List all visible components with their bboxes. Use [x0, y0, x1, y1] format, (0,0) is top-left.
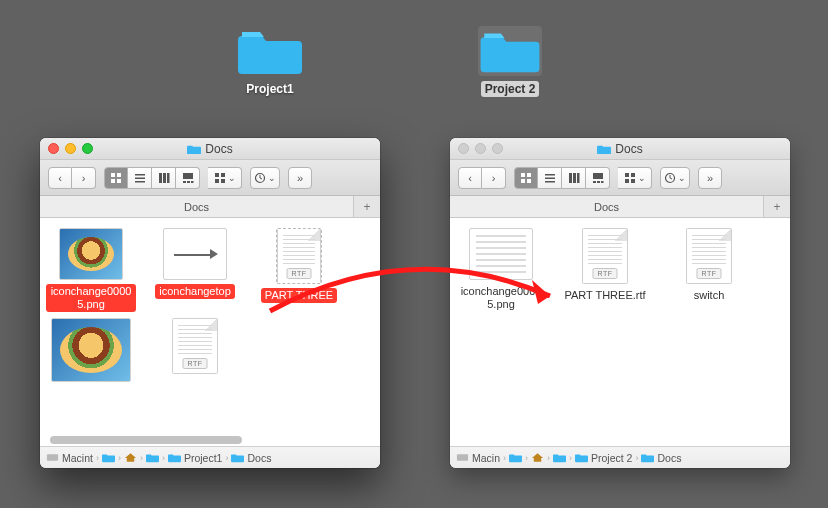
- svg-rect-37: [631, 179, 635, 183]
- chevron-right-icon: ›: [569, 453, 572, 463]
- new-tab-button[interactable]: +: [354, 196, 380, 217]
- svg-rect-6: [135, 181, 145, 183]
- finder-window-left[interactable]: Docs ‹ › ⌄ ⌄ » Docs + iconchange00005.pn…: [40, 138, 380, 468]
- desktop-folder-project2[interactable]: Project 2: [470, 26, 550, 97]
- file-grid[interactable]: iconchange00005.png RTF PART THREE.rtf R…: [450, 218, 790, 446]
- view-switcher: [104, 167, 200, 189]
- svg-rect-28: [573, 173, 576, 183]
- image-thumbnail: [51, 318, 131, 382]
- group-dropdown[interactable]: ⌄: [208, 167, 242, 189]
- chevron-left-icon: ‹: [468, 172, 472, 184]
- path-segment[interactable]: Macin: [456, 452, 500, 464]
- file-grid[interactable]: iconchange00005.png iconchangetop RTF PA…: [40, 218, 380, 446]
- file-item[interactable]: iconchange00005.png: [46, 228, 136, 312]
- view-list-button[interactable]: [538, 167, 562, 189]
- path-segment[interactable]: [509, 452, 522, 463]
- tab-docs[interactable]: Docs: [40, 196, 354, 217]
- view-icon-button[interactable]: [104, 167, 128, 189]
- view-switcher: [514, 167, 610, 189]
- rtf-thumbnail: RTF: [276, 228, 322, 284]
- action-dropdown[interactable]: ⌄: [660, 167, 690, 189]
- forward-button[interactable]: ›: [72, 167, 96, 189]
- overflow-button[interactable]: »: [288, 167, 312, 189]
- chevron-right-icon: ›: [547, 453, 550, 463]
- svg-rect-4: [135, 174, 145, 176]
- titlebar[interactable]: Docs: [450, 138, 790, 160]
- traffic-lights: [458, 143, 503, 154]
- path-segment[interactable]: Docs: [231, 452, 271, 464]
- svg-rect-35: [631, 173, 635, 177]
- file-label: PART THREE.rtf: [560, 288, 649, 303]
- svg-rect-26: [545, 181, 555, 183]
- toolbar: ‹ › ⌄ ⌄ »: [40, 160, 380, 196]
- view-list-button[interactable]: [128, 167, 152, 189]
- svg-rect-7: [159, 173, 162, 183]
- svg-rect-1: [117, 173, 121, 177]
- rtf-thumbnail: RTF: [582, 228, 628, 284]
- chevron-left-icon: ‹: [58, 172, 62, 184]
- svg-rect-12: [187, 181, 190, 183]
- path-segment[interactable]: Project 2: [575, 452, 632, 464]
- new-tab-button[interactable]: +: [764, 196, 790, 217]
- path-bar[interactable]: Macin › › › › Project 2 › Docs: [450, 446, 790, 468]
- path-segment[interactable]: [146, 452, 159, 463]
- view-column-button[interactable]: [152, 167, 176, 189]
- titlebar[interactable]: Docs: [40, 138, 380, 160]
- minimize-button[interactable]: [475, 143, 486, 154]
- tab-docs[interactable]: Docs: [450, 196, 764, 217]
- maximize-button[interactable]: [492, 143, 503, 154]
- close-button[interactable]: [458, 143, 469, 154]
- file-item[interactable]: [46, 318, 136, 400]
- traffic-lights: [48, 143, 93, 154]
- rtf-thumbnail: RTF: [686, 228, 732, 284]
- path-bar[interactable]: Macint › › › › Project1 › Docs: [40, 446, 380, 468]
- finder-window-right[interactable]: Docs ‹ › ⌄ ⌄ » Docs + iconchange00005.pn…: [450, 138, 790, 468]
- view-gallery-button[interactable]: [176, 167, 200, 189]
- file-item[interactable]: RTF switch: [664, 228, 754, 312]
- group-dropdown[interactable]: ⌄: [618, 167, 652, 189]
- file-item[interactable]: RTF PART THREE: [254, 228, 344, 312]
- chevron-right-icon: ›: [635, 453, 638, 463]
- action-dropdown[interactable]: ⌄: [250, 167, 280, 189]
- svg-rect-0: [111, 173, 115, 177]
- svg-rect-36: [625, 179, 629, 183]
- path-segment[interactable]: [124, 452, 137, 463]
- file-item[interactable]: iconchangetop: [150, 228, 240, 312]
- path-segment[interactable]: [553, 452, 566, 463]
- chevron-right-icon: ›: [492, 172, 496, 184]
- folder-icon: [238, 26, 302, 76]
- overflow-button[interactable]: »: [698, 167, 722, 189]
- svg-rect-31: [593, 181, 596, 183]
- toolbar: ‹ › ⌄ ⌄ »: [450, 160, 790, 196]
- path-segment[interactable]: [531, 452, 544, 463]
- path-segment[interactable]: Macint: [46, 452, 93, 464]
- maximize-button[interactable]: [82, 143, 93, 154]
- path-segment[interactable]: Docs: [641, 452, 681, 464]
- svg-rect-13: [191, 181, 194, 183]
- chevron-right-icon: ›: [225, 453, 228, 463]
- svg-rect-33: [601, 181, 604, 183]
- close-button[interactable]: [48, 143, 59, 154]
- view-icon-button[interactable]: [514, 167, 538, 189]
- file-item[interactable]: RTF: [150, 318, 240, 400]
- horizontal-scrollbar[interactable]: [50, 436, 370, 444]
- back-button[interactable]: ‹: [48, 167, 72, 189]
- back-button[interactable]: ‹: [458, 167, 482, 189]
- svg-rect-10: [183, 173, 193, 179]
- forward-button[interactable]: ›: [482, 167, 506, 189]
- path-segment[interactable]: [102, 452, 115, 463]
- svg-rect-8: [163, 173, 166, 183]
- view-column-button[interactable]: [562, 167, 586, 189]
- svg-rect-25: [545, 177, 555, 179]
- path-segment[interactable]: Project1: [168, 452, 223, 464]
- view-gallery-button[interactable]: [586, 167, 610, 189]
- desktop-folder-project1[interactable]: Project1: [230, 26, 310, 97]
- svg-rect-34: [625, 173, 629, 177]
- svg-rect-16: [215, 179, 219, 183]
- desktop-folder-label: Project1: [242, 81, 297, 97]
- chevron-right-icon: ›: [96, 453, 99, 463]
- minimize-button[interactable]: [65, 143, 76, 154]
- file-item[interactable]: iconchange00005.png: [456, 228, 546, 312]
- tabbar: Docs +: [40, 196, 380, 218]
- file-item[interactable]: RTF PART THREE.rtf: [560, 228, 650, 312]
